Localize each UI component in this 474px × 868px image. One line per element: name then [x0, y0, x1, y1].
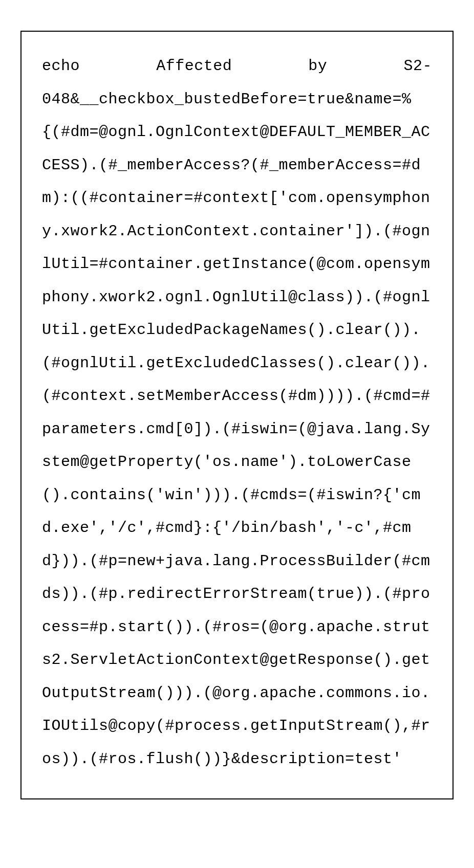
code-rest: 048&__checkbox_bustedBefore=true&name=%{…: [42, 91, 430, 768]
word-s2: S2-: [403, 50, 432, 83]
word-affected: Affected: [156, 50, 232, 83]
word-echo: echo: [42, 50, 80, 83]
first-line: echoAffectedbyS2-: [42, 50, 432, 83]
code-box: echoAffectedbyS2-048&__checkbox_bustedBe…: [20, 31, 454, 799]
code-content: echoAffectedbyS2-048&__checkbox_bustedBe…: [42, 50, 432, 775]
word-by: by: [308, 50, 327, 83]
